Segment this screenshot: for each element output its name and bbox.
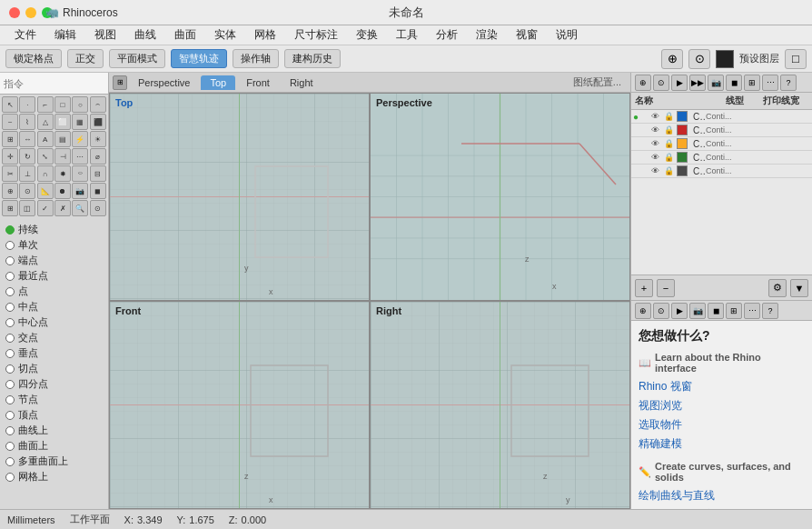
rect-tool[interactable]: □ [54, 96, 71, 113]
arc-tool[interactable]: ⌢ [90, 96, 106, 113]
layer-row[interactable]: ● 👁 🔒 Conti... Conti... [631, 110, 812, 124]
help-icon4[interactable]: 📷 [689, 303, 706, 319]
menu-surface[interactable]: 曲面 [167, 25, 203, 45]
layer-color-swatch[interactable] [677, 125, 688, 135]
snap-knot[interactable]: 节点 [4, 392, 104, 407]
menu-view[interactable]: 视图 [87, 25, 124, 45]
remove-layer-button[interactable]: − [657, 279, 675, 297]
menu-dimension[interactable]: 尺寸标注 [287, 25, 345, 45]
menu-file[interactable]: 文件 [7, 25, 44, 45]
help-icon1[interactable]: ⊕ [635, 303, 651, 319]
help-link-navigation[interactable]: 视图浏览 [639, 396, 805, 415]
search-tool[interactable]: 🔍 [72, 200, 88, 216]
snap-center[interactable]: 中心点 [4, 314, 104, 330]
snap-midpoint[interactable]: 中点 [4, 299, 104, 314]
scale-tool[interactable]: ⤡ [37, 148, 54, 165]
menu-render[interactable]: 渲染 [469, 25, 505, 45]
tab-top[interactable]: Top [201, 75, 235, 90]
layer-row[interactable]: ● 👁 🔒 Conti... Conti... [631, 137, 812, 151]
snap-endpoint[interactable]: 端点 [4, 253, 104, 268]
snap-perpendicular[interactable]: 垂点 [4, 345, 104, 361]
tab-front[interactable]: Front [237, 75, 279, 90]
minimize-button[interactable] [25, 7, 36, 18]
solid-tool[interactable]: ⬛ [90, 114, 106, 130]
layer-icon1[interactable]: ⊕ [635, 75, 651, 91]
layer-color-swatch[interactable] [677, 138, 688, 149]
trim-tool[interactable]: ✂ [2, 165, 18, 182]
lock-grid-button[interactable]: 锁定格点 [5, 49, 62, 68]
viewport-settings-button[interactable]: 图纸配置... [568, 74, 627, 91]
snap-intersection[interactable]: 交点 [4, 330, 104, 345]
select-tool[interactable]: ↖ [2, 96, 18, 113]
settings-button[interactable]: □ [785, 49, 807, 69]
layer-icon8[interactable]: ⋯ [762, 75, 778, 91]
menu-solid[interactable]: 实体 [207, 25, 243, 45]
poly-tool[interactable]: △ [37, 114, 54, 130]
snap-nearest[interactable]: 最近点 [4, 268, 104, 284]
rotate-tool[interactable]: ↻ [19, 148, 35, 165]
bolt-tool[interactable]: ⚡ [72, 131, 88, 147]
menu-viewport[interactable]: 视窗 [509, 25, 545, 45]
layer-icon5[interactable]: 📷 [708, 75, 724, 91]
layer-color-swatch[interactable] [677, 152, 688, 163]
draft-tool[interactable]: 📐 [37, 183, 54, 199]
more-tool2[interactable]: ◫ [19, 200, 35, 216]
ortho-button[interactable]: 正交 [67, 49, 104, 68]
layer-row[interactable]: ● 👁 🔒 Conti... Conti... [631, 151, 812, 165]
explode-tool[interactable]: ✸ [54, 165, 71, 182]
layer-icon4[interactable]: ▶▶ [689, 75, 706, 91]
help-link-curves[interactable]: 绘制曲线与直线 [639, 486, 805, 505]
layer-settings-button[interactable]: ⚙ [768, 279, 787, 297]
snap-once[interactable]: 单次 [4, 237, 104, 253]
join-tool[interactable]: ∩ [37, 165, 54, 182]
tab-perspective[interactable]: Perspective [129, 75, 199, 90]
split-tool[interactable]: ⊥ [19, 165, 35, 182]
more-tool3[interactable]: ✓ [37, 200, 54, 216]
line-tool[interactable]: ⌐ [37, 96, 54, 113]
tab-right[interactable]: Right [281, 75, 322, 90]
menu-curve[interactable]: 曲线 [127, 25, 163, 45]
extrude-tool[interactable]: ▦ [72, 114, 88, 130]
smart-track-button[interactable]: 智慧轨迹 [171, 49, 227, 68]
snap-on-surface[interactable]: 曲面上 [4, 438, 104, 454]
planar-mode-button[interactable]: 平面模式 [109, 49, 165, 68]
circle-tool[interactable]: ○ [72, 96, 88, 113]
viewport-perspective[interactable]: Perspective x z [370, 93, 630, 301]
layer-icon2[interactable]: ⊙ [653, 75, 669, 91]
add-layer-button[interactable]: + [635, 279, 653, 297]
help-icon3[interactable]: ▶ [671, 303, 688, 319]
menu-mesh[interactable]: 网格 [247, 25, 283, 45]
light-tool[interactable]: ☀ [90, 131, 106, 147]
mesh-tool[interactable]: ⊞ [2, 131, 18, 147]
snap-on-mesh[interactable]: 网格上 [4, 469, 104, 484]
help-icon2[interactable]: ⊙ [653, 303, 669, 319]
command-input[interactable] [0, 73, 108, 95]
layer-icon7[interactable]: ⊞ [744, 75, 760, 91]
array-tool[interactable]: ⋯ [72, 148, 88, 165]
more-tool5[interactable]: ⊙ [90, 200, 106, 216]
snap-on-curve[interactable]: 曲线上 [4, 423, 104, 438]
help-icon8[interactable]: ? [762, 303, 778, 319]
snap-quad[interactable]: 四分点 [4, 376, 104, 392]
viewport-front[interactable]: Front x z [109, 301, 370, 509]
gumball-button[interactable]: 操作轴 [233, 49, 279, 68]
menu-edit[interactable]: 编辑 [47, 25, 84, 45]
point-tool[interactable]: · [19, 96, 35, 113]
snap-on-polysurface[interactable]: 多重曲面上 [4, 454, 104, 469]
offset-tool[interactable]: ⊟ [90, 165, 106, 182]
curve-tool[interactable]: ~ [2, 114, 18, 130]
layer-color-swatch[interactable] [677, 165, 688, 176]
snap-point[interactable]: 点 [4, 284, 104, 299]
help-icon6[interactable]: ⊞ [726, 303, 742, 319]
layer-icon6[interactable]: ◼ [726, 75, 742, 91]
close-button[interactable] [9, 7, 20, 18]
bool-tool[interactable]: ⊕ [2, 183, 18, 199]
help-link-from-objects[interactable]: 从其他物件建立曲线 [639, 505, 805, 509]
layer-row[interactable]: ● 👁 🔒 Conti... Conti... [631, 124, 812, 137]
help-icon5[interactable]: ◼ [708, 303, 724, 319]
menu-analyze[interactable]: 分析 [429, 25, 465, 45]
freeform-tool[interactable]: ⌇ [19, 114, 35, 130]
text-tool[interactable]: A [37, 131, 54, 147]
record-tool[interactable]: ⏺ [54, 183, 71, 199]
more-tool4[interactable]: ✗ [54, 200, 71, 216]
